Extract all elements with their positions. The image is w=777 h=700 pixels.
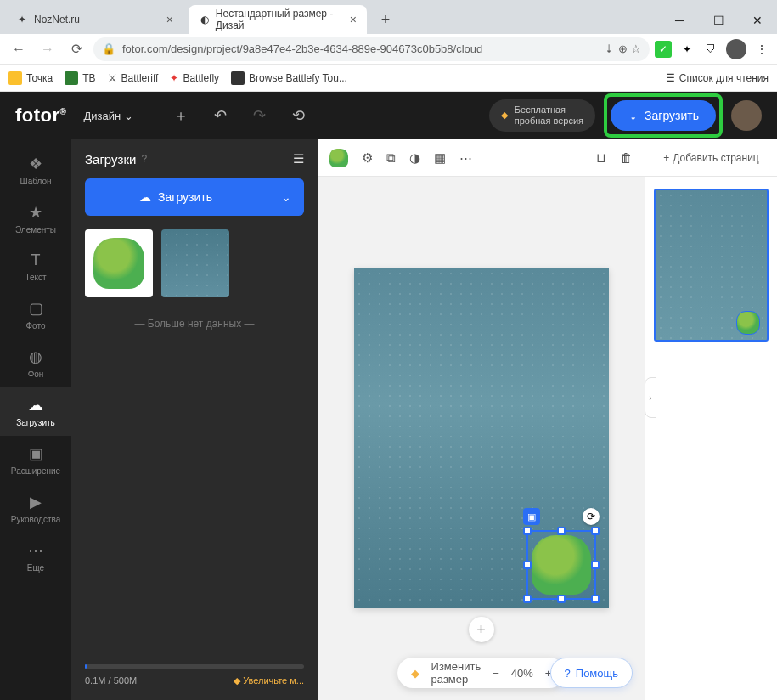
upload-thumb[interactable] — [161, 229, 229, 297]
more-icon[interactable]: ⋯ — [459, 150, 472, 166]
rail-item-фото[interactable]: ▢Фото — [0, 291, 71, 339]
bookmark-item[interactable]: ✦Battlefly — [170, 72, 219, 84]
upgrade-link[interactable]: ◆ Увеличьте м... — [234, 675, 304, 686]
profile-avatar[interactable] — [726, 39, 746, 59]
bookmark-item[interactable]: ТВ — [65, 71, 95, 85]
forward-icon[interactable]: → — [36, 37, 59, 61]
resize-handle[interactable] — [557, 527, 566, 535]
rail-item-расширение[interactable]: ▣Расширение — [0, 436, 71, 484]
rail-label: Элементы — [15, 225, 56, 234]
help-button[interactable]: ? Помощь — [550, 658, 633, 688]
chevron-down-icon: ⌄ — [124, 110, 133, 122]
puzzle-icon[interactable]: ✦ — [678, 41, 695, 58]
rail-icon: ▢ — [29, 299, 43, 318]
upload-thumb[interactable] — [85, 229, 153, 297]
expand-panel-icon[interactable]: › — [645, 377, 656, 418]
reading-list-button[interactable]: ☰Список для чтения — [666, 72, 769, 84]
sync-icon[interactable]: ⟲ — [283, 100, 313, 131]
maximize-icon[interactable]: ☐ — [699, 7, 738, 34]
delete-icon[interactable]: 🗑 — [620, 150, 633, 166]
fotor-logo[interactable]: fotor® — [15, 104, 66, 127]
menu-icon[interactable]: ⋮ — [753, 41, 770, 58]
zoom-out-icon[interactable]: − — [493, 667, 499, 680]
design-label: Дизайн — [83, 110, 121, 122]
resize-handle[interactable] — [591, 595, 600, 603]
minimize-icon[interactable]: ─ — [660, 7, 699, 34]
canvas-viewport[interactable]: ▣ ⟳ + — [318, 177, 645, 700]
panel-header: Загрузки ? ☰ — [71, 139, 318, 178]
bookmark-item[interactable]: ⚔Battleriff — [108, 72, 159, 84]
selected-object[interactable]: ▣ ⟳ — [526, 530, 596, 600]
new-tab-button[interactable]: + — [374, 8, 397, 31]
resize-handle[interactable] — [523, 561, 532, 569]
user-avatar[interactable] — [731, 100, 762, 131]
upload-button[interactable]: ☁ Загрузить ⌄ — [85, 178, 304, 216]
translate-icon[interactable]: ⊕ — [618, 42, 628, 55]
object-thumbnail[interactable] — [329, 149, 348, 167]
add-button[interactable]: ＋ — [166, 100, 196, 131]
resize-handle[interactable] — [591, 527, 600, 535]
page-thumbnail[interactable] — [654, 189, 769, 342]
uploads-panel: Загрузки ? ☰ ☁ Загрузить ⌄ — Больше нет … — [71, 139, 318, 700]
panel-menu-icon[interactable]: ☰ — [293, 151, 304, 167]
unlock-icon[interactable]: ⊔ — [596, 150, 606, 166]
bookmark-icon: ⚔ — [108, 72, 117, 84]
crop-icon[interactable]: ⧉ — [386, 150, 396, 166]
zoom-value[interactable]: 40% — [511, 667, 533, 680]
artboard[interactable]: ▣ ⟳ + — [354, 268, 609, 608]
resize-handle[interactable] — [591, 561, 600, 569]
yoshi-image — [532, 535, 591, 595]
replace-image-icon[interactable]: ▣ — [523, 508, 540, 525]
add-page-below-icon[interactable]: + — [469, 617, 494, 642]
rail-item-текст[interactable]: TТекст — [0, 243, 71, 291]
star-icon[interactable]: ☆ — [631, 42, 641, 55]
bookmark-item[interactable]: Browse Battlefy Tou... — [231, 71, 347, 85]
window-controls: ─ ☐ ✕ — [660, 7, 777, 34]
reading-list-label: Список для чтения — [679, 72, 769, 84]
rail-item-шаблон[interactable]: ❖Шаблон — [0, 146, 71, 195]
rail-item-загрузить[interactable]: ☁Загрузить — [0, 387, 71, 436]
rail-item-фон[interactable]: ◍Фон — [0, 339, 71, 387]
resize-button[interactable]: Изменить размер — [431, 660, 481, 686]
trial-line: Бесплатная — [515, 104, 583, 116]
bookmark-item[interactable]: Точка — [8, 71, 53, 85]
download-button[interactable]: ⭳ Загрузить — [611, 100, 716, 131]
download-icon: ⭳ — [628, 109, 639, 122]
rail-item-еще[interactable]: ⋯Еще — [0, 533, 71, 581]
resize-handle[interactable] — [557, 595, 566, 603]
help-icon[interactable]: ? — [141, 153, 147, 165]
close-icon[interactable]: × — [350, 13, 357, 26]
close-icon[interactable]: × — [166, 13, 173, 26]
add-page-button[interactable]: + Добавить страниц — [645, 139, 777, 177]
rail-item-элементы[interactable]: ★Элементы — [0, 195, 71, 243]
shield-icon[interactable]: ⛉ — [702, 41, 719, 58]
transparency-icon[interactable]: ▦ — [434, 150, 446, 166]
rail-icon: ❖ — [29, 155, 42, 173]
rail-item-руководства[interactable]: ▶Руководства — [0, 484, 71, 533]
cloud-upload-icon: ☁ — [139, 190, 151, 204]
extension-icon[interactable]: ✓ — [655, 41, 672, 58]
upload-dropdown[interactable]: ⌄ — [267, 190, 304, 204]
add-page-label: Добавить страниц — [673, 152, 758, 164]
close-window-icon[interactable]: ✕ — [738, 7, 777, 34]
browser-tab-inactive[interactable]: ✦ NozNet.ru × — [5, 5, 183, 34]
rotate-icon[interactable]: ⟳ — [583, 508, 600, 525]
trial-badge[interactable]: ◆ Бесплатнаяпробная версия — [489, 99, 595, 132]
install-icon[interactable]: ⭳ — [604, 42, 615, 55]
resize-handle[interactable] — [523, 595, 532, 603]
back-icon[interactable]: ← — [7, 37, 31, 61]
upload-main[interactable]: ☁ Загрузить — [85, 190, 267, 204]
undo-icon[interactable]: ↶ — [205, 100, 235, 131]
bookmarks-bar: Точка ТВ ⚔Battleriff ✦Battlefly Browse B… — [0, 65, 777, 92]
adjust-icon[interactable]: ⚙ — [362, 150, 373, 166]
rail-icon: ☁ — [28, 396, 43, 415]
resize-handle[interactable] — [523, 527, 532, 535]
url-input[interactable]: 🔒 fotor.com/design/project/9a8e47e4-2b3e… — [93, 37, 650, 61]
browser-tab-active[interactable]: ◐ Нестандартный размер - Дизай × — [189, 5, 367, 34]
design-dropdown[interactable]: Дизайн ⌄ — [83, 110, 133, 122]
redo-icon[interactable]: ↷ — [244, 100, 274, 131]
effects-icon[interactable]: ◑ — [409, 150, 420, 166]
reload-icon[interactable]: ⟳ — [65, 37, 88, 61]
download-label: Загрузить — [645, 109, 699, 122]
list-icon: ☰ — [666, 72, 675, 84]
